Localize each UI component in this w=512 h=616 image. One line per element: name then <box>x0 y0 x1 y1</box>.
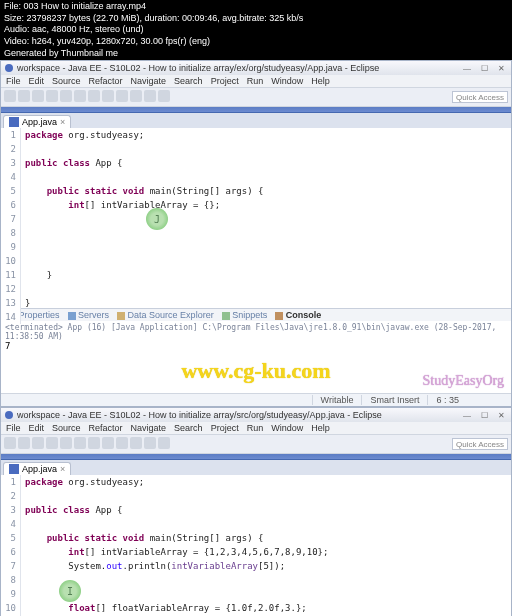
tab-close-icon[interactable]: × <box>60 464 65 474</box>
titlebar[interactable]: workspace - Java EE - S10L02 - How to in… <box>1 408 511 422</box>
quick-access-input[interactable]: Quick Access <box>452 438 508 450</box>
menu-search[interactable]: Search <box>174 76 203 86</box>
menu-project[interactable]: Project <box>211 76 239 86</box>
eclipse-icon <box>4 63 14 73</box>
maximize-button[interactable]: ☐ <box>477 62 491 74</box>
studyeasy-logo: StudyEasyOrg <box>423 373 504 389</box>
toolbar: Quick Access <box>1 87 511 107</box>
menu-navigate[interactable]: Navigate <box>131 76 167 86</box>
console-header: <terminated> App (16) [Java Application]… <box>5 323 507 341</box>
java-file-icon <box>9 464 19 474</box>
menu-refactor[interactable]: Refactor <box>89 423 123 433</box>
video-metadata: File: 003 How to initialize array.mp4 Si… <box>0 0 512 60</box>
video-video: Video: h264, yuv420p, 1280x720, 30.00 fp… <box>4 36 508 48</box>
code-editor[interactable]: 1package org.studyeasy; 2 3public class … <box>1 475 511 616</box>
video-size: Size: 23798237 bytes (22.70 MiB), durati… <box>4 13 508 25</box>
menu-source[interactable]: Source <box>52 76 81 86</box>
menu-project[interactable]: Project <box>211 423 239 433</box>
console-view[interactable]: <terminated> App (16) [Java Application]… <box>1 321 511 393</box>
eclipse-icon <box>4 410 14 420</box>
titlebar[interactable]: workspace - Java EE - S10L02 - How to in… <box>1 61 511 75</box>
menu-refactor[interactable]: Refactor <box>89 76 123 86</box>
close-button[interactable]: ✕ <box>494 62 508 74</box>
editor-tab-app[interactable]: App.java × <box>3 115 71 128</box>
java-file-icon <box>9 117 19 127</box>
code-editor[interactable]: 1package org.studyeasy; 2 3public class … <box>1 128 511 308</box>
menubar: File Edit Source Refactor Navigate Searc… <box>1 422 511 434</box>
toolbar: Quick Access <box>1 434 511 454</box>
svg-rect-1 <box>9 117 19 127</box>
menu-search[interactable]: Search <box>174 423 203 433</box>
menu-edit[interactable]: Edit <box>29 76 45 86</box>
statusbar: Writable Smart Insert 6 : 35 <box>1 393 511 406</box>
editor-tab-app[interactable]: App.java × <box>3 462 71 475</box>
menu-source[interactable]: Source <box>52 423 81 433</box>
video-gen: Generated by Thumbnail me <box>4 48 508 60</box>
menu-help[interactable]: Help <box>311 76 330 86</box>
menu-navigate[interactable]: Navigate <box>131 423 167 433</box>
tab-title: App.java <box>22 464 57 474</box>
console-output: 7 <box>5 341 507 351</box>
window-title: workspace - Java EE - S10L02 - How to in… <box>17 410 460 420</box>
status-writable: Writable <box>312 395 362 405</box>
svg-rect-8 <box>9 464 19 474</box>
menu-window[interactable]: Window <box>271 423 303 433</box>
eclipse-window-2: workspace - Java EE - S10L02 - How to in… <box>0 407 512 616</box>
editor-tab-row: App.java × <box>1 113 511 128</box>
menu-run[interactable]: Run <box>247 423 264 433</box>
menu-window[interactable]: Window <box>271 76 303 86</box>
status-cursor-pos: 6 : 35 <box>427 395 467 405</box>
editor-tab-row: App.java × <box>1 460 511 475</box>
menu-file[interactable]: File <box>6 76 21 86</box>
toolbar-icons[interactable] <box>4 437 170 451</box>
eclipse-window-1: workspace - Java EE - S10L02 - How to in… <box>0 60 512 407</box>
toolbar-icons[interactable] <box>4 90 170 104</box>
minimize-button[interactable]: — <box>460 62 474 74</box>
minimize-button[interactable]: — <box>460 409 474 421</box>
menubar: File Edit Source Refactor Navigate Searc… <box>1 75 511 87</box>
close-button[interactable]: ✕ <box>494 409 508 421</box>
tab-title: App.java <box>22 117 57 127</box>
menu-edit[interactable]: Edit <box>29 423 45 433</box>
watermark-text: www.cg-ku.com <box>181 358 330 384</box>
quick-access-input[interactable]: Quick Access <box>452 91 508 103</box>
window-title: workspace - Java EE - S10L02 - How to in… <box>17 63 460 73</box>
menu-file[interactable]: File <box>6 423 21 433</box>
svg-point-0 <box>5 64 13 72</box>
menu-help[interactable]: Help <box>311 423 330 433</box>
tab-close-icon[interactable]: × <box>60 117 65 127</box>
video-audio: Audio: aac, 48000 Hz, stereo (und) <box>4 24 508 36</box>
svg-point-7 <box>5 411 13 419</box>
maximize-button[interactable]: ☐ <box>477 409 491 421</box>
video-file: File: 003 How to initialize array.mp4 <box>4 1 508 13</box>
status-insert: Smart Insert <box>361 395 427 405</box>
menu-run[interactable]: Run <box>247 76 264 86</box>
